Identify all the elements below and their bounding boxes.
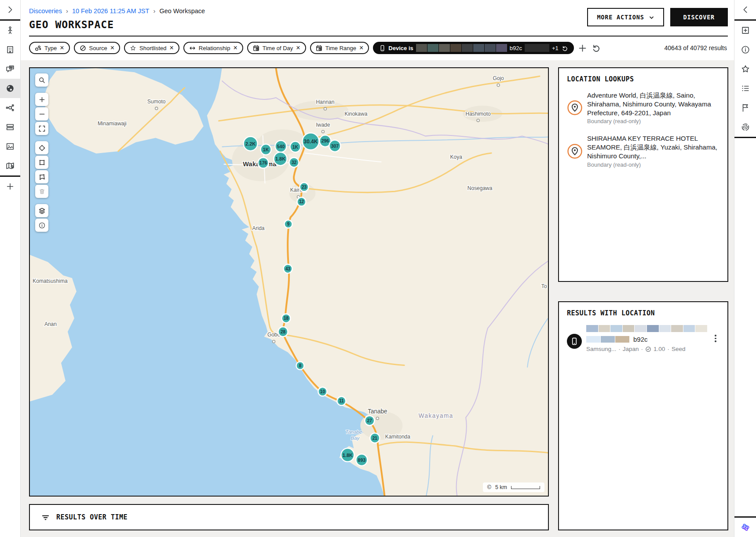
map-label: Minamiawaji <box>98 121 127 127</box>
close-icon[interactable]: × <box>60 44 64 51</box>
map-cluster-marker[interactable]: 2.2K <box>244 136 258 151</box>
map-cluster-marker[interactable]: 30.4K <box>302 133 319 150</box>
map-scale: © 5 km <box>483 482 544 492</box>
result-item[interactable]: b92c Samsung... · Japan · 1.00 · Seed <box>567 325 719 352</box>
map-zoom-out-button[interactable] <box>35 107 48 121</box>
map-fullscreen-button[interactable] <box>35 122 48 135</box>
type-icon <box>35 45 41 51</box>
close-icon[interactable]: × <box>110 44 114 51</box>
map-cluster-marker[interactable]: 893 <box>356 454 367 466</box>
close-icon[interactable]: × <box>296 44 300 51</box>
map-cluster-marker[interactable]: 27 <box>365 416 374 425</box>
chip-label: Time of Day <box>263 45 293 51</box>
sidebar-item-locations[interactable] <box>0 156 20 175</box>
map-cluster-marker[interactable]: 8 <box>296 362 304 369</box>
sidebar-item-add[interactable] <box>0 177 20 196</box>
filter-chip-time-range[interactable]: Time Range× <box>310 42 369 54</box>
map-cluster-marker[interactable]: 1.8K <box>341 448 354 461</box>
breadcrumb-discovery-date[interactable]: 10 Feb 2026 11:25 AM JST <box>72 7 149 15</box>
sidebar-collapse-button[interactable] <box>734 0 756 19</box>
map-cluster-marker[interactable]: 307 <box>329 140 340 152</box>
location-lookup-item[interactable]: Adventure World, 白浜温泉線, Saino, Shirahama… <box>567 91 719 124</box>
map-cluster-marker[interactable]: 1.8K <box>274 152 287 165</box>
reset-filters-button[interactable] <box>591 44 600 53</box>
map-layers-button[interactable] <box>35 204 48 217</box>
map-cluster-marker[interactable]: 11 <box>337 397 346 405</box>
results-with-location-panel: RESULTS WITH LOCATION b92c Samsung... <box>558 301 728 530</box>
map-search-button[interactable] <box>35 73 48 87</box>
sidebar-item-reports[interactable] <box>0 59 20 79</box>
map-cluster-marker[interactable]: 176 <box>258 157 269 168</box>
map-cluster-marker[interactable]: 32 <box>289 157 299 167</box>
map-zoom-in-button[interactable] <box>35 93 48 106</box>
svg-text:30.4K: 30.4K <box>303 139 318 145</box>
map-label: Sumoto <box>147 99 166 105</box>
map-draw-polygon-button[interactable] <box>35 170 48 183</box>
sidebar-item-organizations[interactable] <box>0 40 20 59</box>
chip-label: Time Range <box>325 45 356 51</box>
scale-distance: 5 km <box>495 484 507 490</box>
map-draw-circle-button[interactable] <box>35 141 48 154</box>
map-cluster-marker[interactable]: 28 <box>278 327 288 336</box>
close-icon[interactable]: × <box>359 44 363 51</box>
map-cluster-marker[interactable]: 540 <box>275 141 287 152</box>
map-info-button[interactable] <box>35 219 48 232</box>
filter-chip-time-of-day[interactable]: Time of Day× <box>247 42 306 54</box>
sidebar-item-graph[interactable] <box>0 98 20 117</box>
filter-chip-type[interactable]: Type× <box>29 42 70 54</box>
add-filter-button[interactable] <box>578 44 587 53</box>
chip-label: Relationship <box>199 45 230 51</box>
rail-item-flag[interactable] <box>734 98 756 117</box>
close-icon[interactable]: × <box>233 44 237 51</box>
building-icon <box>5 45 15 55</box>
rail-item-ai-assistant[interactable] <box>734 518 756 537</box>
close-icon[interactable]: × <box>170 44 174 51</box>
map-cluster-marker[interactable]: 23 <box>299 183 308 191</box>
rail-item-add-widget[interactable] <box>734 21 756 40</box>
redacted-value <box>525 44 549 52</box>
undo-icon <box>591 44 600 53</box>
location-lookup-item[interactable]: SHIRAHAMA KEY TERRACE HOTEL SEAMORE, 白浜温… <box>567 134 719 168</box>
scale-bar <box>511 486 540 489</box>
undo-icon[interactable] <box>561 45 568 51</box>
filter-chip-source[interactable]: Source× <box>74 42 121 54</box>
sidebar-item-person[interactable] <box>0 21 20 40</box>
map-cluster-marker[interactable]: 18 <box>282 314 291 323</box>
lookup-boundary-note: Boundary (read-only) <box>587 161 719 168</box>
more-actions-button[interactable]: MORE ACTIONS <box>587 8 664 26</box>
rail-item-details[interactable] <box>734 79 756 98</box>
result-menu-button[interactable] <box>712 335 719 352</box>
svg-text:32: 32 <box>292 160 297 165</box>
map-canvas[interactable]: HannanIwadeKinokawaHashimotoGojoSumotoMi… <box>29 67 549 497</box>
rail-item-shortlist[interactable] <box>734 59 756 79</box>
map-label: Koya <box>450 154 463 160</box>
map-draw-rect-button[interactable] <box>35 156 48 169</box>
location-lookups-panel: LOCATION LOOKUPS Adventure World, 白浜温泉線,… <box>558 67 728 282</box>
relationship-icon <box>189 45 196 51</box>
svg-text:28: 28 <box>281 329 286 334</box>
map-cluster-marker[interactable]: 12 <box>297 197 306 206</box>
map-label: Tanabe <box>345 429 362 435</box>
discover-button[interactable]: DISCOVER <box>670 8 728 26</box>
map-cluster-marker[interactable]: 1K <box>290 142 300 152</box>
plus-icon <box>578 44 587 53</box>
breadcrumb: Discoveries › 10 Feb 2026 11:25 AM JST ›… <box>29 6 205 15</box>
map-cluster-marker[interactable]: 9 <box>285 220 292 228</box>
sidebar-expand-button[interactable] <box>0 0 20 19</box>
detail-list-icon <box>741 84 750 93</box>
device-filter-chip[interactable]: Device is b92c +1 <box>373 42 573 54</box>
map-cluster-marker[interactable]: 43 <box>284 264 292 273</box>
breadcrumb-discoveries[interactable]: Discoveries <box>29 7 62 15</box>
rail-item-info[interactable] <box>734 40 756 59</box>
sidebar-item-media[interactable] <box>0 137 20 156</box>
map-cluster-marker[interactable]: 10 <box>318 387 327 396</box>
results-over-time-bar[interactable]: RESULTS OVER TIME <box>29 504 549 530</box>
filter-chip-shortlisted[interactable]: Shortlisted× <box>124 42 179 54</box>
sidebar-item-geo-workspace[interactable] <box>0 79 20 98</box>
filter-chip-relationship[interactable]: Relationship× <box>183 42 243 54</box>
rail-item-radar[interactable] <box>734 117 756 137</box>
map-cluster-marker[interactable]: 21 <box>370 433 380 443</box>
map-cluster-marker[interactable]: 1K <box>261 144 271 155</box>
sidebar-item-lists[interactable] <box>0 117 20 137</box>
draw-circle-icon <box>38 144 46 152</box>
